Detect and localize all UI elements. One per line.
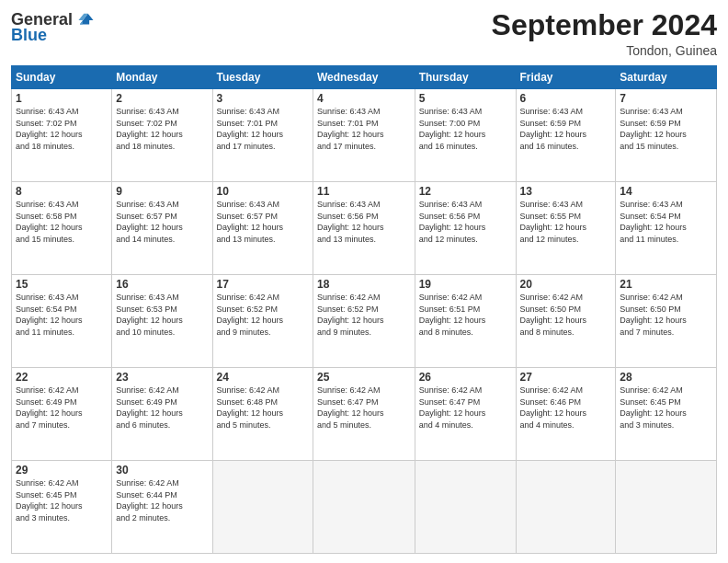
table-row: 11Sunrise: 6:43 AM Sunset: 6:56 PM Dayli…: [313, 182, 415, 275]
day-info: Sunrise: 6:42 AM Sunset: 6:46 PM Dayligh…: [520, 385, 612, 431]
day-number: 7: [620, 92, 712, 105]
table-row: 15Sunrise: 6:43 AM Sunset: 6:54 PM Dayli…: [12, 275, 112, 368]
day-info: Sunrise: 6:43 AM Sunset: 6:57 PM Dayligh…: [217, 199, 309, 245]
table-row: [313, 461, 415, 554]
weekday-thursday: Thursday: [415, 66, 516, 89]
table-row: 4Sunrise: 6:43 AM Sunset: 7:01 PM Daylig…: [313, 89, 415, 182]
table-row: [212, 461, 313, 554]
day-info: Sunrise: 6:43 AM Sunset: 7:01 PM Dayligh…: [217, 106, 309, 152]
day-number: 3: [217, 92, 309, 105]
day-number: 22: [16, 371, 108, 384]
table-row: 28Sunrise: 6:42 AM Sunset: 6:45 PM Dayli…: [616, 368, 717, 461]
day-info: Sunrise: 6:43 AM Sunset: 6:59 PM Dayligh…: [520, 106, 612, 152]
table-row: 19Sunrise: 6:42 AM Sunset: 6:51 PM Dayli…: [415, 275, 516, 368]
day-number: 13: [520, 185, 612, 198]
calendar-week-row: 1Sunrise: 6:43 AM Sunset: 7:02 PM Daylig…: [12, 89, 717, 182]
day-number: 20: [520, 278, 612, 291]
weekday-tuesday: Tuesday: [212, 66, 313, 89]
table-row: 2Sunrise: 6:43 AM Sunset: 7:02 PM Daylig…: [112, 89, 212, 182]
table-row: 30Sunrise: 6:42 AM Sunset: 6:44 PM Dayli…: [112, 461, 212, 554]
day-number: 1: [16, 92, 108, 105]
day-number: 12: [419, 185, 512, 198]
day-info: Sunrise: 6:43 AM Sunset: 6:53 PM Dayligh…: [116, 292, 208, 338]
day-info: Sunrise: 6:42 AM Sunset: 6:50 PM Dayligh…: [620, 292, 712, 338]
table-row: 16Sunrise: 6:43 AM Sunset: 6:53 PM Dayli…: [112, 275, 212, 368]
day-number: 18: [317, 278, 411, 291]
day-info: Sunrise: 6:43 AM Sunset: 7:02 PM Dayligh…: [116, 106, 208, 152]
day-info: Sunrise: 6:42 AM Sunset: 6:49 PM Dayligh…: [16, 385, 108, 431]
day-number: 10: [217, 185, 309, 198]
weekday-sunday: Sunday: [12, 66, 112, 89]
table-row: 1Sunrise: 6:43 AM Sunset: 7:02 PM Daylig…: [12, 89, 112, 182]
day-info: Sunrise: 6:42 AM Sunset: 6:44 PM Dayligh…: [116, 477, 208, 523]
day-info: Sunrise: 6:42 AM Sunset: 6:45 PM Dayligh…: [16, 477, 108, 523]
weekday-wednesday: Wednesday: [313, 66, 415, 89]
table-row: 27Sunrise: 6:42 AM Sunset: 6:46 PM Dayli…: [516, 368, 616, 461]
weekday-monday: Monday: [112, 66, 212, 89]
day-info: Sunrise: 6:43 AM Sunset: 7:00 PM Dayligh…: [419, 106, 512, 152]
day-info: Sunrise: 6:43 AM Sunset: 6:56 PM Dayligh…: [419, 199, 512, 245]
day-info: Sunrise: 6:42 AM Sunset: 6:50 PM Dayligh…: [520, 292, 612, 338]
day-number: 30: [116, 464, 208, 477]
day-number: 15: [16, 278, 108, 291]
table-row: 18Sunrise: 6:42 AM Sunset: 6:52 PM Dayli…: [313, 275, 415, 368]
day-number: 21: [620, 278, 712, 291]
table-row: 17Sunrise: 6:42 AM Sunset: 6:52 PM Dayli…: [212, 275, 313, 368]
day-number: 14: [620, 185, 712, 198]
table-row: [415, 461, 516, 554]
table-row: 9Sunrise: 6:43 AM Sunset: 6:57 PM Daylig…: [112, 182, 212, 275]
day-info: Sunrise: 6:43 AM Sunset: 6:59 PM Dayligh…: [620, 106, 712, 152]
day-number: 11: [317, 185, 411, 198]
calendar-week-row: 15Sunrise: 6:43 AM Sunset: 6:54 PM Dayli…: [12, 275, 717, 368]
day-number: 6: [520, 92, 612, 105]
day-info: Sunrise: 6:42 AM Sunset: 6:45 PM Dayligh…: [620, 385, 712, 431]
day-number: 24: [217, 371, 309, 384]
day-info: Sunrise: 6:42 AM Sunset: 6:47 PM Dayligh…: [419, 385, 512, 431]
table-row: 24Sunrise: 6:42 AM Sunset: 6:48 PM Dayli…: [212, 368, 313, 461]
day-info: Sunrise: 6:43 AM Sunset: 7:01 PM Dayligh…: [317, 106, 411, 152]
day-number: 19: [419, 278, 512, 291]
day-info: Sunrise: 6:43 AM Sunset: 6:56 PM Dayligh…: [317, 199, 411, 245]
day-number: 9: [116, 185, 208, 198]
location: Tondon, Guinea: [492, 43, 717, 58]
weekday-saturday: Saturday: [616, 66, 717, 89]
day-info: Sunrise: 6:43 AM Sunset: 7:02 PM Dayligh…: [16, 106, 108, 152]
day-info: Sunrise: 6:42 AM Sunset: 6:52 PM Dayligh…: [217, 292, 309, 338]
day-number: 17: [217, 278, 309, 291]
table-row: 20Sunrise: 6:42 AM Sunset: 6:50 PM Dayli…: [516, 275, 616, 368]
month-title: September 2024: [492, 9, 717, 41]
day-info: Sunrise: 6:42 AM Sunset: 6:47 PM Dayligh…: [317, 385, 411, 431]
day-info: Sunrise: 6:42 AM Sunset: 6:52 PM Dayligh…: [317, 292, 411, 338]
table-row: 26Sunrise: 6:42 AM Sunset: 6:47 PM Dayli…: [415, 368, 516, 461]
table-row: 23Sunrise: 6:42 AM Sunset: 6:49 PM Dayli…: [112, 368, 212, 461]
table-row: 22Sunrise: 6:42 AM Sunset: 6:49 PM Dayli…: [12, 368, 112, 461]
table-row: 6Sunrise: 6:43 AM Sunset: 6:59 PM Daylig…: [516, 89, 616, 182]
table-row: 5Sunrise: 6:43 AM Sunset: 7:00 PM Daylig…: [415, 89, 516, 182]
table-row: [516, 461, 616, 554]
calendar-table: Sunday Monday Tuesday Wednesday Thursday…: [11, 65, 717, 554]
day-info: Sunrise: 6:43 AM Sunset: 6:54 PM Dayligh…: [620, 199, 712, 245]
table-row: 13Sunrise: 6:43 AM Sunset: 6:55 PM Dayli…: [516, 182, 616, 275]
day-info: Sunrise: 6:43 AM Sunset: 6:54 PM Dayligh…: [16, 292, 108, 338]
table-row: 8Sunrise: 6:43 AM Sunset: 6:58 PM Daylig…: [12, 182, 112, 275]
day-info: Sunrise: 6:42 AM Sunset: 6:49 PM Dayligh…: [116, 385, 208, 431]
day-number: 25: [317, 371, 411, 384]
weekday-friday: Friday: [516, 66, 616, 89]
day-info: Sunrise: 6:42 AM Sunset: 6:48 PM Dayligh…: [217, 385, 309, 431]
table-row: 29Sunrise: 6:42 AM Sunset: 6:45 PM Dayli…: [12, 461, 112, 554]
calendar-week-row: 22Sunrise: 6:42 AM Sunset: 6:49 PM Dayli…: [12, 368, 717, 461]
day-number: 26: [419, 371, 512, 384]
table-row: 25Sunrise: 6:42 AM Sunset: 6:47 PM Dayli…: [313, 368, 415, 461]
day-number: 16: [116, 278, 208, 291]
page-container: General Blue September 2024 Tondon, Guin…: [0, 0, 728, 563]
logo-icon: [74, 9, 95, 29]
day-number: 5: [419, 92, 512, 105]
day-number: 28: [620, 371, 712, 384]
header: General Blue September 2024 Tondon, Guin…: [11, 9, 717, 58]
day-number: 29: [16, 464, 108, 477]
table-row: 7Sunrise: 6:43 AM Sunset: 6:59 PM Daylig…: [616, 89, 717, 182]
day-number: 4: [317, 92, 411, 105]
title-block: September 2024 Tondon, Guinea: [492, 9, 717, 58]
day-info: Sunrise: 6:43 AM Sunset: 6:57 PM Dayligh…: [116, 199, 208, 245]
weekday-header-row: Sunday Monday Tuesday Wednesday Thursday…: [12, 66, 717, 89]
